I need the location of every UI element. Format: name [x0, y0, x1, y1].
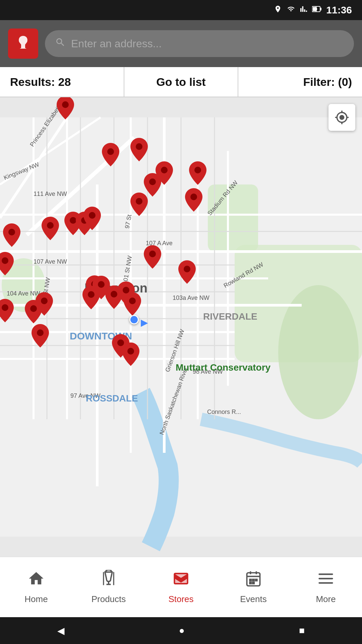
svg-point-53 [184, 266, 190, 272]
signal-icon [300, 5, 307, 15]
status-bar: 11:36 [0, 0, 362, 20]
bottom-nav: Home Products Stores [0, 557, 362, 617]
nav-item-products[interactable]: Products [72, 557, 145, 617]
svg-rect-74 [256, 579, 257, 581]
map-pin-2[interactable] [102, 143, 119, 168]
results-count-section: Results: 28 [0, 67, 124, 97]
street-label-111: 111 Ave NW [34, 191, 67, 198]
android-back-button[interactable]: ◀ [57, 625, 65, 636]
map-pin-14[interactable] [0, 252, 14, 277]
map-pin-3[interactable] [130, 138, 148, 163]
goto-list-button[interactable]: Go to list [124, 67, 239, 97]
status-icons: 11:36 [274, 4, 352, 16]
svg-point-44 [136, 198, 142, 205]
header [0, 20, 362, 67]
svg-rect-76 [253, 582, 254, 584]
svg-point-38 [62, 101, 69, 108]
more-icon [317, 570, 335, 591]
user-location-dot [129, 315, 139, 324]
nav-item-home[interactable]: Home [0, 557, 72, 617]
wifi-icon [287, 5, 295, 15]
results-bar: Results: 28 Go to list Filter: (0) [0, 67, 362, 97]
nav-label-products: Products [92, 594, 126, 604]
svg-point-58 [98, 281, 105, 288]
map-background [0, 97, 362, 557]
riverdale-label: RIVERDALE [203, 311, 257, 322]
map-pin-28[interactable] [122, 342, 139, 367]
map-pin-26[interactable] [32, 324, 49, 349]
user-direction-arrow: ▶ [141, 317, 148, 328]
android-nav-bar: ◀ ● ■ [0, 617, 362, 644]
my-location-button[interactable] [328, 104, 355, 131]
svg-point-56 [41, 298, 48, 304]
filter-label: Filter: (0) [303, 75, 352, 89]
svg-point-50 [89, 212, 96, 219]
events-icon [245, 570, 262, 591]
map-pin-6[interactable] [189, 161, 206, 186]
muttart-label: Muttart Conservatory [176, 362, 270, 373]
app-logo [8, 29, 38, 59]
filter-button[interactable]: Filter: (0) [238, 67, 362, 97]
svg-point-41 [149, 178, 156, 185]
map-pin-7[interactable] [130, 193, 148, 217]
svg-point-47 [47, 222, 54, 229]
svg-point-59 [111, 291, 117, 298]
map-pin-9[interactable] [3, 223, 20, 248]
search-icon [55, 37, 66, 50]
map-pin-8[interactable] [185, 188, 202, 213]
map-pin-13[interactable] [83, 207, 101, 231]
svg-point-63 [37, 329, 44, 336]
products-icon [100, 570, 117, 591]
nav-item-stores[interactable]: Stores [145, 557, 217, 617]
map-pin-25[interactable] [0, 299, 14, 324]
nav-item-more[interactable]: More [290, 557, 362, 617]
home-icon [27, 570, 45, 591]
search-bar[interactable] [45, 30, 354, 57]
map-pin-10[interactable] [42, 217, 59, 241]
svg-point-42 [161, 167, 168, 173]
location-icon [274, 5, 282, 15]
svg-point-39 [107, 148, 114, 155]
svg-point-51 [2, 257, 8, 264]
map-pin-1[interactable] [57, 97, 74, 121]
svg-point-45 [190, 194, 197, 200]
svg-point-48 [70, 217, 76, 224]
map-container[interactable]: Princess Elizabeth Ave Kingsway NW 111 A… [0, 97, 362, 557]
map-pin-5[interactable] [156, 161, 173, 186]
svg-rect-72 [250, 579, 251, 581]
address-search-input[interactable] [71, 38, 344, 50]
svg-point-43 [194, 167, 201, 173]
svg-point-61 [129, 298, 136, 304]
map-pin-16[interactable] [178, 260, 196, 285]
street-label-104: 104 Ave NW [7, 290, 40, 297]
map-pin-24[interactable] [124, 292, 141, 317]
street-label-connors: Connors R... [207, 409, 241, 416]
street-label-107: 107 Ave NW [34, 258, 67, 265]
nav-label-events: Events [240, 594, 267, 604]
svg-rect-8 [208, 184, 258, 252]
svg-point-52 [149, 251, 156, 257]
nav-label-stores: Stores [168, 594, 193, 604]
goto-list-label: Go to list [156, 75, 205, 89]
nav-item-events[interactable]: Events [217, 557, 290, 617]
svg-rect-1 [320, 8, 321, 10]
android-recents-button[interactable]: ■ [299, 625, 305, 636]
map-pin-19[interactable] [36, 292, 53, 317]
android-home-button[interactable]: ● [179, 625, 185, 636]
status-time: 11:36 [326, 4, 352, 16]
svg-rect-73 [253, 579, 254, 581]
rossdale-label: ROSSDALE [86, 393, 138, 404]
svg-point-40 [136, 143, 142, 150]
svg-point-62 [2, 304, 8, 311]
stores-icon [172, 570, 190, 591]
street-label-103a: 103a Ave NW [173, 294, 209, 302]
nav-label-home: Home [24, 594, 48, 604]
nav-label-more: More [316, 594, 336, 604]
svg-point-65 [127, 348, 134, 355]
svg-rect-75 [250, 582, 251, 584]
battery-icon [312, 5, 321, 15]
results-count: Results: 28 [10, 75, 71, 89]
svg-point-46 [8, 229, 15, 235]
map-pin-15[interactable] [144, 245, 161, 270]
